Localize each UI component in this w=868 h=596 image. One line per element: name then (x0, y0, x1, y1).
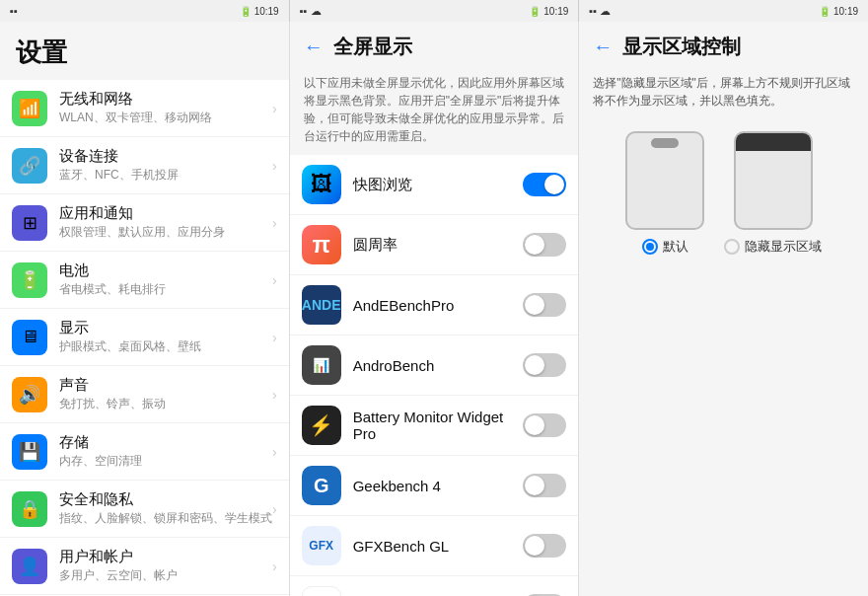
security-title: 安全和隐私 (59, 490, 272, 509)
settings-text-security: 安全和隐私 指纹、人脸解锁、锁屏和密码、学生模式 (59, 490, 272, 527)
radio-default[interactable] (642, 239, 658, 255)
chevron-user: › (272, 559, 277, 574)
gfx-app-name: GFXBench GL (353, 538, 524, 555)
fullscreen-back-button[interactable]: ← (304, 36, 324, 58)
ande-app-icon: ANDE (302, 285, 341, 325)
signal-icon-1: ▪▪ (10, 5, 18, 17)
settings-text-sound: 声音 免打扰、铃声、振动 (59, 376, 272, 412)
pi-toggle[interactable] (523, 233, 566, 257)
settings-item-apps[interactable]: ⊞ 应用和通知 权限管理、默认应用、应用分身 › (0, 194, 289, 252)
settings-item-wifi[interactable]: 📶 无线和网络 WLAN、双卡管理、移动网络 › (0, 80, 289, 137)
chevron-device: › (272, 158, 277, 174)
status-right-3: 🔋 10:19 (819, 6, 858, 17)
display-option-hidden[interactable]: 隐藏显示区域 (724, 131, 822, 256)
sound-subtitle: 免打扰、铃声、振动 (59, 396, 272, 412)
browser-app-name: 快图浏览 (353, 176, 524, 194)
security-icon: 🔒 (12, 491, 47, 527)
settings-item-display[interactable]: 🖥 显示 护眼模式、桌面风格、壁纸 › (0, 309, 289, 366)
ande-app-name: AndEBenchPro (353, 297, 524, 314)
app-item-browser: 🖼 快图浏览 (290, 155, 579, 215)
display-subtitle: 护眼模式、桌面风格、壁纸 (59, 338, 272, 355)
user-title: 用户和帐户 (59, 548, 272, 566)
settings-item-battery[interactable]: 🔋 电池 省电模式、耗电排行 › (0, 252, 289, 309)
app-item-gplay: ✦ Google Play 服务 (290, 576, 579, 596)
status-left-1: ▪▪ (10, 5, 18, 17)
browser-toggle[interactable] (523, 173, 566, 196)
display-icon: 🖥 (12, 320, 47, 355)
app-item-pi: π 圆周率 (290, 215, 579, 275)
security-subtitle: 指纹、人脸解锁、锁屏和密码、学生模式 (59, 510, 272, 527)
settings-text-display: 显示 护眼模式、桌面风格、壁纸 (59, 319, 272, 355)
settings-text-user: 用户和帐户 多用户、云空间、帐户 (59, 548, 272, 584)
battery-icon-3: 🔋 (819, 6, 831, 17)
status-bar-row: ▪▪ 🔋 10:19 ▪▪ ☁ 🔋 10:19 ▪▪ ☁ 🔋 10:19 (0, 0, 868, 22)
storage-icon: 💾 (12, 434, 47, 470)
andro-toggle[interactable] (523, 353, 566, 377)
status-bar-1: ▪▪ 🔋 10:19 (0, 0, 290, 22)
device-subtitle: 蓝牙、NFC、手机投屏 (59, 167, 272, 184)
geek-app-icon: G (302, 466, 341, 505)
battery-icon-2: 🔋 (529, 6, 541, 17)
display-control-header: ← 显示区域控制 (579, 22, 868, 68)
chevron-storage: › (272, 444, 277, 460)
app-item-geek: G Geekbench 4 (290, 456, 579, 516)
settings-item-security[interactable]: 🔒 安全和隐私 指纹、人脸解锁、锁屏和密码、学生模式 › (0, 481, 289, 538)
chevron-wifi: › (272, 101, 277, 116)
pi-app-name: 圆周率 (353, 236, 524, 255)
settings-item-storage[interactable]: 💾 存储 内存、空间清理 › (0, 423, 289, 481)
app-item-battery-app: ⚡ Battery Monitor Widget Pro (290, 396, 579, 456)
settings-item-device[interactable]: 🔗 设备连接 蓝牙、NFC、手机投屏 › (0, 137, 289, 194)
apps-icon: ⊞ (12, 205, 47, 241)
settings-item-user[interactable]: 👤 用户和帐户 多用户、云空间、帐户 › (0, 538, 289, 595)
time-3: 10:19 (833, 6, 858, 17)
app-item-gfx: GFX GFXBench GL (290, 516, 579, 576)
panels: 设置 📶 无线和网络 WLAN、双卡管理、移动网络 › 🔗 设备连接 蓝牙、NF… (0, 22, 868, 596)
battery-app-toggle[interactable] (523, 413, 566, 437)
battery-app-name: Battery Monitor Widget Pro (353, 409, 524, 442)
notch-hidden (736, 133, 811, 151)
gfx-toggle[interactable] (523, 534, 566, 558)
battery-icon-1: 🔋 (240, 6, 252, 17)
radio-hidden[interactable] (724, 239, 740, 255)
device-icon: 🔗 (12, 148, 47, 184)
chevron-security: › (272, 501, 277, 517)
display-control-back-button[interactable]: ← (593, 36, 613, 58)
sound-icon: 🔊 (12, 377, 47, 412)
display-option-default[interactable]: 默认 (625, 131, 704, 256)
storage-subtitle: 内存、空间清理 (59, 453, 272, 470)
display-title: 显示 (59, 319, 272, 337)
settings-title: 设置 (0, 22, 289, 80)
battery-title: 电池 (59, 261, 272, 280)
gplay-app-icon: ✦ (302, 586, 341, 596)
display-control-title: 显示区域控制 (622, 34, 741, 60)
time-1: 10:19 (254, 6, 279, 17)
settings-text-battery: 电池 省电模式、耗电排行 (59, 261, 272, 298)
chevron-sound: › (272, 387, 277, 403)
app-item-ande: ANDE AndEBenchPro (290, 275, 579, 335)
app-item-andro: 📊 AndroBench (290, 335, 579, 396)
signal-icon-2: ▪▪ ☁ (300, 5, 322, 18)
time-2: 10:19 (543, 6, 568, 17)
gfx-app-icon: GFX (302, 526, 341, 565)
settings-list: 📶 无线和网络 WLAN、双卡管理、移动网络 › 🔗 设备连接 蓝牙、NFC、手… (0, 80, 289, 596)
ande-toggle[interactable] (523, 293, 566, 317)
settings-item-sound[interactable]: 🔊 声音 免打扰、铃声、振动 › (0, 366, 289, 423)
wifi-icon: 📶 (12, 91, 47, 126)
notch-default (651, 138, 679, 148)
storage-title: 存储 (59, 433, 272, 452)
display-options: 默认 隐藏显示区域 (579, 121, 868, 265)
browser-app-icon: 🖼 (302, 165, 341, 204)
andro-app-icon: 📊 (302, 345, 341, 385)
status-right-1: 🔋 10:19 (240, 6, 279, 17)
settings-text-storage: 存储 内存、空间清理 (59, 433, 272, 470)
apps-title: 应用和通知 (59, 204, 272, 223)
fullscreen-header: ← 全屏显示 (290, 22, 579, 68)
fullscreen-title: 全屏显示 (333, 34, 412, 60)
geek-toggle[interactable] (523, 474, 566, 497)
fullscreen-app-list: 🖼 快图浏览 π 圆周率 ANDE AndEBenchPro 📊 AndroBe… (290, 155, 579, 596)
pi-app-icon: π (302, 225, 341, 264)
user-subtitle: 多用户、云空间、帐户 (59, 567, 272, 584)
fullscreen-description: 以下应用未做全屏显示优化，因此应用外屏幕区域将显示黑色背景。应用开启"全屏显示"… (290, 68, 579, 155)
signal-icon-3: ▪▪ ☁ (589, 5, 611, 18)
option-hidden-label: 隐藏显示区域 (745, 238, 822, 256)
